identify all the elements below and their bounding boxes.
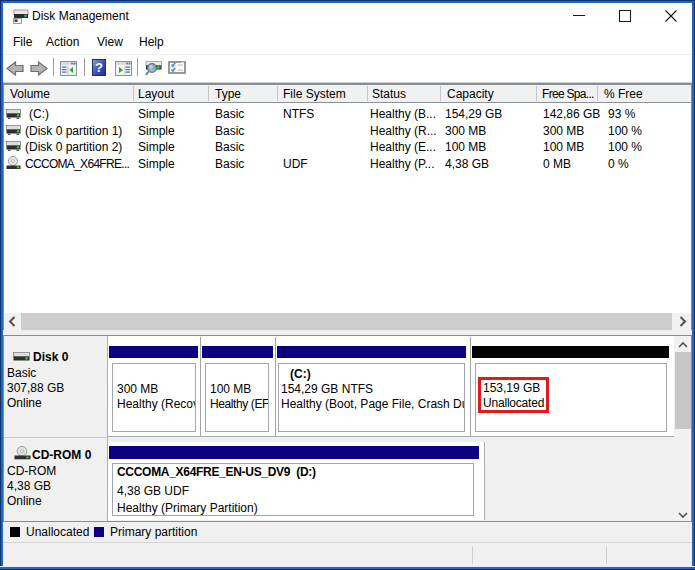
svg-text:?: ? — [95, 60, 103, 75]
